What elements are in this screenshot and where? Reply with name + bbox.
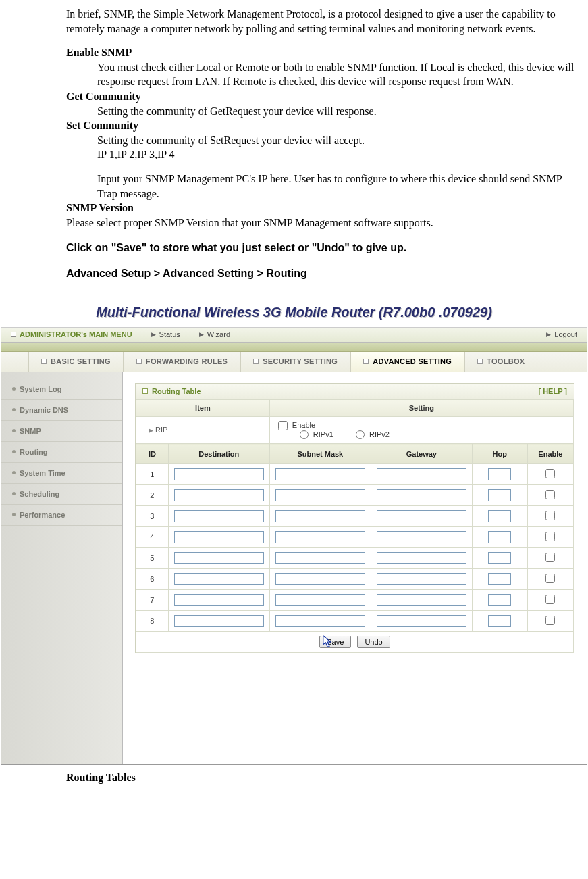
cursor-icon xyxy=(321,634,336,649)
gateway-input[interactable] xyxy=(377,615,466,627)
cell-id: 2 xyxy=(136,485,169,506)
bullet-icon xyxy=(12,408,16,411)
router-screenshot: Multi-Functional Wireless 3G Mobile Rout… xyxy=(1,299,587,765)
menu-status[interactable]: ▶Status xyxy=(142,330,190,338)
destination-input[interactable] xyxy=(174,489,264,501)
button-row: Save Undo xyxy=(136,632,574,653)
bullet-icon xyxy=(12,387,16,391)
sidebar: System LogDynamic DNSSNMPRoutingSystem T… xyxy=(1,372,123,764)
subnet-mask-input[interactable] xyxy=(275,615,365,627)
destination-input[interactable] xyxy=(174,552,264,564)
main-menu-label[interactable]: ADMINISTRATOR's MAIN MENU xyxy=(1,330,142,338)
undo-button[interactable]: Undo xyxy=(357,636,390,648)
enable-row-checkbox[interactable] xyxy=(545,532,555,541)
cell-mask xyxy=(269,464,371,485)
bullet-icon xyxy=(12,471,16,474)
cell-dest xyxy=(168,611,269,632)
enable-rip-checkbox[interactable]: Enable xyxy=(278,421,315,429)
cell-enable xyxy=(527,611,573,632)
cell-hop xyxy=(472,464,527,485)
chevron-right-icon: ▶ xyxy=(151,331,156,338)
sidebar-item-snmp[interactable]: SNMP xyxy=(1,421,122,442)
sidebar-item-routing[interactable]: Routing xyxy=(1,442,122,463)
square-icon xyxy=(477,359,483,364)
ripv2-radio[interactable]: RIPv2 xyxy=(356,430,390,438)
square-icon xyxy=(136,359,142,364)
doc-intro: In brief, SNMP, the Simple Network Manag… xyxy=(66,7,574,36)
enable-row-checkbox[interactable] xyxy=(545,595,555,604)
col-hop: Hop xyxy=(472,444,527,464)
table-row: 3 xyxy=(136,506,574,527)
cell-dest xyxy=(168,569,269,590)
cell-mask xyxy=(269,548,371,569)
cell-hop xyxy=(472,569,527,590)
sidebar-item-system-log[interactable]: System Log xyxy=(1,379,122,400)
sidebar-item-system-time[interactable]: System Time xyxy=(1,463,122,484)
desc-set-community-2: IP 1,IP 2,IP 3,IP 4 xyxy=(97,147,574,162)
menu-wizard[interactable]: ▶Wizard xyxy=(190,330,240,338)
menu-logout[interactable]: ▶Logout xyxy=(537,330,587,338)
subnet-mask-input[interactable] xyxy=(275,510,365,522)
destination-input[interactable] xyxy=(174,531,264,543)
col-gw: Gateway xyxy=(371,444,472,464)
sidebar-item-dynamic-dns[interactable]: Dynamic DNS xyxy=(1,400,122,421)
tab-forwarding-rules[interactable]: FORWARDING RULES xyxy=(124,352,240,372)
help-link[interactable]: [ HELP ] xyxy=(538,387,567,395)
subnet-mask-input[interactable] xyxy=(275,531,365,543)
hop-input[interactable] xyxy=(488,531,511,543)
tab-toolbox[interactable]: TOOLBOX xyxy=(464,352,537,372)
gateway-input[interactable] xyxy=(377,594,466,606)
cell-mask xyxy=(269,590,371,611)
hop-input[interactable] xyxy=(488,615,511,627)
enable-row-checkbox[interactable] xyxy=(545,574,555,583)
bullet-icon xyxy=(12,492,16,495)
destination-input[interactable] xyxy=(174,615,264,627)
bullet-icon xyxy=(12,513,16,516)
subnet-mask-input[interactable] xyxy=(275,489,365,501)
desc-set-community-3: Input your SNMP Management PC's IP here.… xyxy=(97,172,574,201)
hop-input[interactable] xyxy=(488,510,511,522)
panel-header: Routing Table [ HELP ] xyxy=(136,384,574,399)
subnet-mask-input[interactable] xyxy=(275,573,365,585)
subnet-mask-input[interactable] xyxy=(275,468,365,480)
destination-input[interactable] xyxy=(174,573,264,585)
cell-hop xyxy=(472,506,527,527)
destination-input[interactable] xyxy=(174,468,264,480)
subnet-mask-input[interactable] xyxy=(275,594,365,606)
gateway-input[interactable] xyxy=(377,552,466,564)
cell-gw xyxy=(371,590,472,611)
gateway-input[interactable] xyxy=(377,573,466,585)
gateway-input[interactable] xyxy=(377,531,466,543)
cell-id: 1 xyxy=(136,464,169,485)
hop-input[interactable] xyxy=(488,552,511,564)
tab-advanced-setting[interactable]: ADVANCED SETTING xyxy=(350,352,464,372)
subnet-mask-input[interactable] xyxy=(275,552,365,564)
enable-row-checkbox[interactable] xyxy=(545,616,555,625)
sidebar-item-scheduling[interactable]: Scheduling xyxy=(1,484,122,505)
ripv1-radio[interactable]: RIPv1 xyxy=(300,430,333,438)
hop-input[interactable] xyxy=(488,489,511,501)
tab-security-setting[interactable]: SECURITY SETTING xyxy=(240,352,350,372)
tab-basic-setting[interactable]: BASIC SETTING xyxy=(28,352,124,372)
sidebar-item-performance[interactable]: Performance xyxy=(1,505,122,526)
enable-row-checkbox[interactable] xyxy=(545,511,555,520)
cell-gw xyxy=(371,548,472,569)
hop-input[interactable] xyxy=(488,468,511,480)
panel-title: Routing Table xyxy=(152,387,201,395)
cell-hop xyxy=(472,611,527,632)
destination-input[interactable] xyxy=(174,594,264,606)
enable-row-checkbox[interactable] xyxy=(545,553,555,562)
term-enable-snmp: Enable SNMP xyxy=(66,45,574,60)
hop-input[interactable] xyxy=(488,594,511,606)
gateway-input[interactable] xyxy=(377,468,466,480)
routing-panel: Routing Table [ HELP ] Item Setting ▶ RI… xyxy=(135,383,574,654)
square-icon xyxy=(363,359,369,364)
gateway-input[interactable] xyxy=(377,489,466,501)
enable-row-checkbox[interactable] xyxy=(545,490,555,499)
gateway-input[interactable] xyxy=(377,510,466,522)
hop-input[interactable] xyxy=(488,573,511,585)
cell-enable xyxy=(527,569,573,590)
cell-gw xyxy=(371,527,472,548)
destination-input[interactable] xyxy=(174,510,264,522)
enable-row-checkbox[interactable] xyxy=(545,469,555,478)
